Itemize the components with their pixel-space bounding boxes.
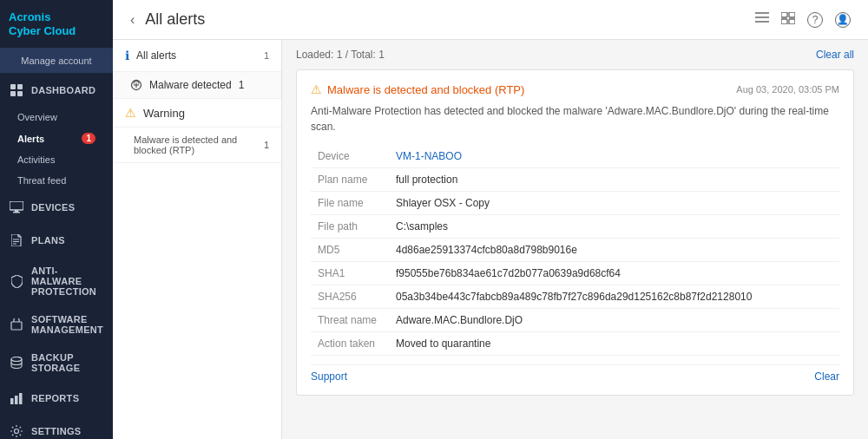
logo-text: Acronis Cyber Cloud: [9, 10, 104, 37]
user-icon[interactable]: 👤: [835, 12, 851, 28]
field-value: Shlayer OSX - Copy: [389, 192, 839, 215]
card-clear-button[interactable]: Clear: [814, 370, 839, 383]
sidebar-label-threat-feed: Threat feed: [17, 175, 66, 186]
package-icon: [9, 317, 24, 332]
sidebar-item-reports[interactable]: REPORTS: [0, 382, 113, 415]
page-title: All alerts: [145, 10, 745, 29]
table-row: SHA1f95055be76b834ae61c7d2b077a0639a9d68…: [311, 262, 839, 285]
sidebar-item-alerts[interactable]: Alerts 1: [0, 128, 113, 149]
field-label: Plan name: [311, 168, 389, 192]
all-alerts-count: 1: [264, 50, 269, 61]
warning-section: ⚠ Warning: [113, 99, 281, 128]
content-split: ℹ All alerts 1 Malware detected 1 ⚠ Warn…: [113, 40, 868, 439]
alert-sub-item-count: 1: [264, 140, 269, 150]
sidebar-label-overview: Overview: [17, 112, 57, 122]
svg-rect-13: [15, 396, 18, 404]
warning-label: Warning: [143, 107, 185, 120]
field-label: Threat name: [311, 309, 389, 332]
card-description: Anti-Malware Protection has detected and…: [311, 103, 839, 134]
logo-cybercloud: Cyber Cloud: [9, 24, 76, 37]
table-row: Plan namefull protection: [311, 168, 839, 192]
svg-rect-1: [17, 84, 23, 89]
sidebar-label-software: SOFTWARE MANAGEMENT: [31, 314, 104, 335]
table-row: DeviceVM-1-NABOO: [311, 145, 839, 168]
info-icon: ℹ: [125, 49, 129, 62]
field-label: File path: [311, 215, 389, 239]
field-value: 05a3b34be443c7fabcb89a489c78fb7f27c896da…: [389, 285, 839, 309]
main-content: ‹ All alerts ? 👤: [113, 0, 868, 439]
sidebar-label-alerts: Alerts: [17, 134, 44, 144]
shield-icon: [9, 273, 24, 289]
malware-detected-label: Malware detected: [149, 79, 232, 91]
bug-icon: [130, 79, 142, 91]
sidebar-item-plans[interactable]: PLANS: [0, 224, 113, 257]
list-view-icon[interactable]: [755, 12, 769, 28]
gear-icon: [9, 423, 24, 439]
card-date: Aug 03, 2020, 03:05 PM: [736, 84, 839, 95]
all-alerts-category[interactable]: ℹ All alerts 1: [113, 40, 281, 72]
help-icon[interactable]: ?: [807, 12, 823, 28]
clear-all-button[interactable]: Clear all: [816, 49, 854, 61]
svg-rect-22: [789, 19, 795, 24]
alert-sub-item-rtp[interactable]: Malware is detected and blocked (RTP) 1: [113, 128, 281, 163]
malware-detected-category[interactable]: Malware detected 1: [113, 72, 281, 99]
alerts-badge: 1: [82, 133, 95, 144]
field-value[interactable]: VM-1-NABOO: [389, 145, 839, 168]
svg-point-11: [11, 357, 22, 362]
back-button[interactable]: ‹: [130, 12, 135, 28]
logo: Acronis Cyber Cloud: [0, 0, 113, 49]
field-link[interactable]: VM-1-NABOO: [396, 150, 462, 162]
sidebar-label-plans: PLANS: [31, 235, 65, 246]
logo-acronis: Acronis: [9, 10, 50, 23]
grid-view-icon[interactable]: [781, 12, 795, 28]
table-row: SHA25605a3b34be443c7fabcb89a489c78fb7f27…: [311, 285, 839, 309]
card-footer: Support Clear: [311, 364, 839, 383]
card-title-text: Malware is detected and blocked (RTP): [327, 83, 524, 96]
field-value: Moved to quarantine: [389, 332, 839, 356]
topbar-icons: ? 👤: [755, 12, 851, 28]
sidebar-item-dashboard[interactable]: DASHBOARD: [0, 74, 113, 107]
field-value: f95055be76b834ae61c7d2b077a0639a9d68cf64: [389, 262, 839, 285]
field-label: SHA1: [311, 262, 389, 285]
sidebar-label-reports: REPORTS: [31, 393, 79, 403]
sidebar-item-threat-feed[interactable]: Threat feed: [0, 170, 113, 191]
monitor-icon: [9, 200, 24, 215]
loaded-text: Loaded: 1 / Total: 1: [296, 49, 385, 61]
malware-count: 1: [239, 79, 245, 91]
card-header: ⚠ Malware is detected and blocked (RTP) …: [311, 82, 839, 96]
sidebar-item-backup[interactable]: BACKUP STORAGE: [0, 344, 113, 382]
sidebar-label-backup: BACKUP STORAGE: [31, 352, 104, 373]
svg-rect-20: [789, 12, 795, 17]
svg-rect-6: [13, 212, 20, 213]
detail-table: DeviceVM-1-NABOOPlan namefull protection…: [311, 145, 839, 356]
field-label: SHA256: [311, 285, 389, 309]
manage-account-button[interactable]: Manage account: [0, 49, 113, 74]
svg-rect-2: [10, 91, 16, 96]
table-row: Action takenMoved to quarantine: [311, 332, 839, 356]
table-row: Threat nameAdware.MAC.Bundlore.DjO: [311, 309, 839, 332]
svg-rect-5: [15, 210, 18, 212]
warning-icon: ⚠: [125, 106, 136, 120]
svg-rect-0: [10, 84, 16, 89]
field-value: full protection: [389, 168, 839, 192]
detail-panel: Loaded: 1 / Total: 1 Clear all ⚠ Malware…: [282, 40, 868, 439]
sidebar-item-anti-malware[interactable]: ANTI-MALWARE PROTECTION: [0, 257, 113, 305]
sidebar-item-devices[interactable]: DEVICES: [0, 191, 113, 224]
sidebar-item-settings[interactable]: SETTINGS: [0, 415, 113, 439]
support-link[interactable]: Support: [311, 370, 347, 383]
sidebar-label-settings: SETTINGS: [31, 426, 81, 436]
alerts-panel: ℹ All alerts 1 Malware detected 1 ⚠ Warn…: [113, 40, 282, 439]
loaded-bar: Loaded: 1 / Total: 1 Clear all: [296, 49, 854, 61]
sidebar-item-software[interactable]: SOFTWARE MANAGEMENT: [0, 305, 113, 344]
svg-rect-3: [17, 91, 23, 96]
card-title: ⚠ Malware is detected and blocked (RTP): [311, 82, 524, 96]
svg-rect-10: [11, 322, 22, 330]
field-value: Adware.MAC.Bundlore.DjO: [389, 309, 839, 332]
svg-rect-21: [781, 19, 787, 24]
alert-card: ⚠ Malware is detected and blocked (RTP) …: [296, 69, 854, 396]
sidebar-label-activities: Activities: [17, 154, 55, 165]
sidebar: Acronis Cyber Cloud Manage account DASHB…: [0, 0, 113, 439]
sidebar-item-activities[interactable]: Activities: [0, 149, 113, 170]
grid-icon: [9, 82, 24, 98]
sidebar-item-overview[interactable]: Overview: [0, 107, 113, 128]
